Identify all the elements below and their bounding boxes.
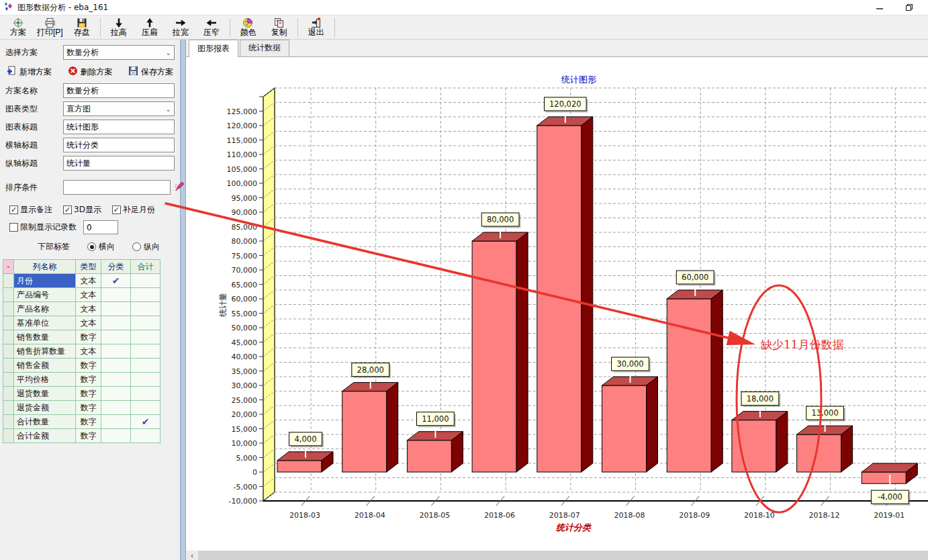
column-name-cell[interactable]: 产品名称 — [14, 302, 76, 316]
table-row[interactable]: 月份文本✔ — [3, 274, 160, 288]
delete-scheme-button[interactable]: 删除方案 — [68, 66, 113, 78]
table-row[interactable]: 平均价格数字 — [3, 373, 160, 387]
total-check-cell[interactable] — [131, 330, 160, 344]
column-name-cell[interactable]: 销售金额 — [14, 359, 76, 373]
table-row[interactable]: 合计金额数字 — [3, 429, 160, 443]
toolbar-button-squash-flat[interactable]: 压扁 — [134, 16, 165, 38]
category-check-cell[interactable] — [101, 330, 131, 344]
total-check-cell[interactable] — [131, 344, 160, 359]
row-selector[interactable] — [3, 387, 14, 401]
category-check-cell[interactable] — [101, 373, 131, 387]
table-row[interactable]: 基准单位文本 — [3, 316, 160, 330]
column-header[interactable]: 分类 — [101, 260, 131, 274]
table-row[interactable]: 合计数量数字✔ — [3, 415, 160, 429]
scheme-select[interactable]: 数量分析 ⌄ — [63, 45, 175, 60]
total-check-cell[interactable] — [131, 274, 160, 288]
column-header[interactable]: 合计 — [131, 260, 160, 274]
checkbox-fill-months[interactable]: 补足月份 — [112, 204, 155, 216]
column-header[interactable]: 类型 — [76, 260, 101, 274]
row-selector[interactable] — [3, 429, 14, 443]
horizontal-scrollbar[interactable]: ‹ — [186, 551, 928, 560]
row-selector[interactable] — [3, 401, 14, 415]
category-check-cell[interactable] — [101, 401, 131, 415]
checkbox-show-notes[interactable]: 显示备注 — [9, 204, 52, 216]
category-check-cell[interactable] — [101, 288, 131, 302]
column-header[interactable]: 列名称 — [14, 260, 76, 274]
xaxis-title-input[interactable] — [63, 138, 175, 152]
scrollbar-track[interactable] — [198, 551, 928, 560]
total-check-cell[interactable] — [131, 429, 160, 443]
scheme-name-input[interactable] — [63, 83, 175, 98]
restore-icon[interactable] — [903, 2, 915, 13]
total-check-cell[interactable] — [131, 359, 160, 373]
column-name-cell[interactable]: 销售数量 — [14, 330, 76, 344]
column-name-cell[interactable]: 合计数量 — [14, 415, 76, 429]
category-check-cell[interactable] — [101, 415, 131, 429]
total-check-cell[interactable] — [131, 302, 160, 316]
row-selector[interactable] — [3, 373, 14, 387]
toolbar-button-plan[interactable]: 方案 — [3, 16, 34, 38]
row-selector[interactable] — [3, 359, 14, 373]
add-scheme-button[interactable]: 新增方案 — [7, 66, 52, 78]
table-row[interactable]: 销售数量数字 — [3, 330, 160, 344]
category-check-cell[interactable] — [101, 302, 131, 316]
y-tick-label: 5,000 — [236, 454, 258, 463]
column-name-cell[interactable]: 销售折算数量 — [14, 344, 76, 359]
column-name-cell[interactable]: 退货数量 — [14, 387, 76, 401]
row-selector[interactable] — [3, 415, 14, 429]
table-row[interactable]: 产品名称文本 — [3, 302, 160, 316]
table-row[interactable]: 退货数量数字 — [3, 387, 160, 401]
toolbar-button-stretch-wide[interactable]: 拉宽 — [165, 16, 196, 38]
total-check-cell[interactable] — [131, 387, 160, 401]
total-check-cell[interactable]: ✔ — [131, 415, 160, 429]
tab-statistics-data[interactable]: 统计数据 — [240, 40, 289, 56]
save-scheme-button[interactable]: 保存方案 — [128, 66, 173, 78]
row-selector[interactable] — [3, 330, 14, 344]
checkbox-3d-display[interactable]: 3D显示 — [63, 204, 101, 216]
category-check-cell[interactable] — [101, 359, 131, 373]
radio-vertical[interactable]: 纵向 — [132, 241, 160, 252]
row-selector[interactable] — [3, 302, 14, 316]
column-name-cell[interactable]: 产品编号 — [14, 288, 76, 302]
column-name-cell[interactable]: 月份 — [14, 274, 76, 288]
column-name-cell[interactable]: 基准单位 — [14, 316, 76, 330]
minimize-icon[interactable] — [874, 2, 886, 13]
column-name-cell[interactable]: 平均价格 — [14, 373, 76, 387]
row-selector[interactable] — [3, 274, 14, 288]
toolbar-button-color[interactable]: 颜色 — [233, 16, 264, 38]
row-selector[interactable] — [3, 288, 14, 302]
sort-input[interactable] — [63, 180, 171, 195]
category-check-cell[interactable] — [101, 316, 131, 330]
category-check-cell[interactable]: ✔ — [101, 274, 131, 288]
scroll-left-arrow-icon[interactable]: ‹ — [186, 551, 198, 560]
checkbox-limit-records[interactable]: 限制显示记录数 — [9, 222, 77, 233]
total-check-cell[interactable] — [131, 401, 160, 415]
toolbar-button-print[interactable]: 打印[P] — [34, 16, 66, 38]
toolbar-button-copy[interactable]: 复制 — [264, 16, 295, 38]
panel-splitter[interactable] — [180, 40, 186, 560]
row-selector[interactable] — [3, 344, 14, 359]
row-selector[interactable] — [3, 316, 14, 330]
column-name-cell[interactable]: 合计金额 — [14, 429, 76, 443]
total-check-cell[interactable] — [131, 373, 160, 387]
table-row[interactable]: 退货金额数字 — [3, 401, 160, 415]
limit-records-input[interactable] — [83, 220, 118, 234]
tab-graph-report[interactable]: 图形报表 — [189, 40, 238, 57]
category-check-cell[interactable] — [101, 344, 131, 359]
total-check-cell[interactable] — [131, 316, 160, 330]
category-check-cell[interactable] — [101, 429, 131, 443]
toolbar-button-squash-narrow[interactable]: 压窄 — [196, 16, 227, 38]
table-row[interactable]: 销售折算数量文本 — [3, 344, 160, 359]
category-check-cell[interactable] — [101, 387, 131, 401]
toolbar-button-save[interactable]: 存盘 — [66, 16, 97, 38]
column-name-cell[interactable]: 退货金额 — [14, 401, 76, 415]
total-check-cell[interactable] — [131, 288, 160, 302]
toolbar-button-exit[interactable]: 退出 — [301, 16, 332, 38]
chart-type-select[interactable]: 直方图 ⌄ — [63, 101, 175, 116]
table-row[interactable]: 销售金额数字 — [3, 359, 160, 373]
yaxis-title-input[interactable] — [63, 156, 175, 171]
toolbar-button-stretch-tall[interactable]: 拉高 — [103, 16, 134, 38]
radio-horizontal[interactable]: 横向 — [87, 241, 115, 252]
chart-title-input[interactable] — [63, 120, 175, 134]
table-row[interactable]: 产品编号文本 — [3, 288, 160, 302]
